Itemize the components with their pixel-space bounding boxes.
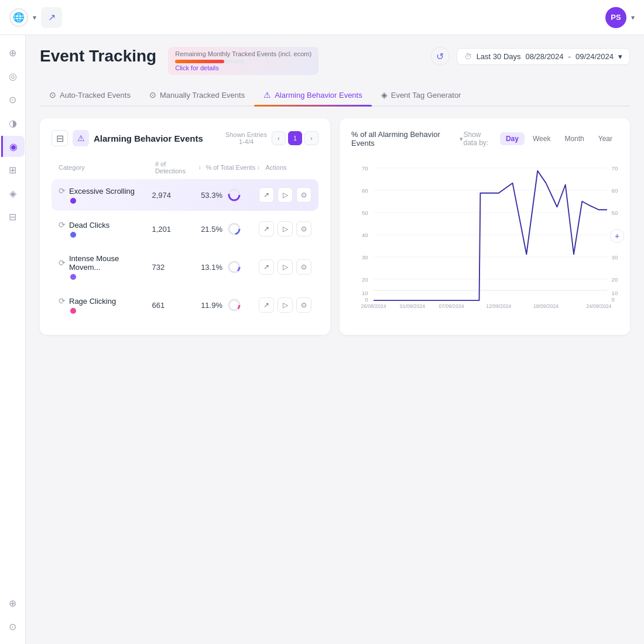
current-page-button[interactable]: 1 <box>288 131 302 145</box>
action-link-button[interactable]: ↗ <box>259 221 274 237</box>
tab-manual-label: Manually Tracked Events <box>160 91 245 100</box>
svg-text:12/09/2024: 12/09/2024 <box>486 303 511 309</box>
filter-button[interactable]: ⊟ <box>52 130 68 146</box>
action-user-button[interactable]: ⊙ <box>296 259 311 275</box>
tab-alarming-label: Alarming Behavior Events <box>275 91 362 100</box>
tab-gen-label: Event Tag Generator <box>391 91 461 100</box>
action-user-button[interactable]: ⊙ <box>296 187 311 203</box>
svg-text:30: 30 <box>362 254 368 261</box>
next-page-button[interactable]: › <box>304 131 318 145</box>
mini-donut <box>227 260 241 274</box>
category-cell: ⟳ Intense Mouse Movem... <box>59 254 147 280</box>
category-cell: ⟳ Excessive Scrolling <box>59 186 147 204</box>
nav-dropdown[interactable]: ▾ <box>33 13 36 22</box>
action-link-button[interactable]: ↗ <box>259 187 274 203</box>
date-range-button[interactable]: ⏱ Last 30 Days 08/28/2024 - 09/24/2024 ▾ <box>457 48 630 65</box>
action-user-button[interactable]: ⊙ <box>296 297 311 313</box>
svg-text:0: 0 <box>365 296 368 303</box>
mini-donut <box>227 222 241 236</box>
actions-cell: ↗ ▷ ⊙ <box>259 187 311 203</box>
globe-icon[interactable]: 🌐 <box>9 8 28 27</box>
sidebar-item-users[interactable]: ⊙ <box>2 89 23 110</box>
svg-text:30: 30 <box>612 254 618 261</box>
action-video-button[interactable]: ▷ <box>278 297 293 313</box>
time-filter-week[interactable]: Week <box>527 132 556 145</box>
svg-text:50: 50 <box>362 210 368 216</box>
content-grid: ⊟ ⚠ Alarming Behavior Events Shown Entri… <box>40 118 630 335</box>
top-nav: 🌐 ▾ ↗ PS ▾ <box>0 0 644 35</box>
top-nav-left: 🌐 ▾ ↗ <box>9 7 62 28</box>
prev-page-button[interactable]: ‹ <box>272 131 286 145</box>
tab-alarming[interactable]: ⚠ Alarming Behavior Events <box>254 84 372 107</box>
time-filter-day[interactable]: Day <box>500 132 525 145</box>
sidebar-item-heatmaps[interactable]: ⊞ <box>2 159 23 180</box>
sidebar-item-analytics[interactable]: ◎ <box>2 66 23 87</box>
tab-auto-label: Auto-Tracked Events <box>60 91 131 100</box>
action-video-button[interactable]: ▷ <box>278 221 293 237</box>
shown-entries-label: Shown Entries 1-4/4 <box>225 131 267 145</box>
sidebar-item-settings[interactable]: ⊕ <box>2 592 23 614</box>
nav-refresh-icon[interactable]: ↗ <box>41 7 62 28</box>
category-dot <box>70 232 76 238</box>
svg-text:60: 60 <box>612 187 618 194</box>
svg-text:24/09/2024: 24/09/2024 <box>586 303 611 309</box>
chart-expand-button[interactable]: + <box>610 229 624 243</box>
top-nav-right: PS ▾ <box>605 7 635 28</box>
action-video-button[interactable]: ▷ <box>278 187 293 203</box>
tab-generator[interactable]: ◈ Event Tag Generator <box>372 84 471 107</box>
percent-cell: 53.3% <box>201 188 254 202</box>
avatar[interactable]: PS <box>605 7 626 28</box>
sidebar-item-events[interactable]: ◉ <box>1 136 25 157</box>
card-title-wrap: ⊟ ⚠ Alarming Behavior Events <box>52 130 203 146</box>
time-filters: Show data by: Day Week Month Year <box>463 131 618 147</box>
percent-cell: 21.5% <box>201 222 254 236</box>
shown-range: 1-4/4 <box>225 138 267 145</box>
detection-num: 661 <box>152 301 196 310</box>
detection-num: 1,201 <box>152 225 196 234</box>
sidebar-item-sessions[interactable]: ◑ <box>2 112 23 133</box>
sidebar-item-dashboard[interactable]: ⊕ <box>2 42 23 63</box>
sidebar-item-funnels[interactable]: ◈ <box>2 183 23 204</box>
card-title: Alarming Behavior Events <box>94 133 203 143</box>
table-card: ⊟ ⚠ Alarming Behavior Events Shown Entri… <box>40 118 330 335</box>
table-row: ⟳ Dead Clicks 1,201 21.5% <box>52 213 318 245</box>
page-title: Event Tracking <box>40 47 156 66</box>
action-user-button[interactable]: ⊙ <box>296 221 311 237</box>
category-cell: ⟳ Dead Clicks <box>59 220 147 238</box>
table-row: ⟳ Intense Mouse Movem... 732 13.1% <box>52 247 318 287</box>
sidebar-item-reports[interactable]: ⊟ <box>2 206 23 227</box>
avatar-dropdown[interactable]: ▾ <box>631 13 635 22</box>
chart-title: % of all Alarming Behavior Events <box>351 130 456 148</box>
table-head: Category # of Detections ↕ % of Total Ev… <box>52 156 318 179</box>
date-range-label: Last 30 Days <box>477 52 521 61</box>
action-link-button[interactable]: ↗ <box>259 259 274 275</box>
tab-manually-tracked[interactable]: ⊙ Manually Tracked Events <box>140 84 254 107</box>
col-percent: % of Total Events ↕ <box>205 160 261 174</box>
percent-val: 13.1% <box>201 263 222 272</box>
svg-text:18/09/2024: 18/09/2024 <box>533 303 559 309</box>
time-filter-month[interactable]: Month <box>559 132 590 145</box>
page-header: Event Tracking Remaining Monthly Tracked… <box>40 47 630 75</box>
svg-text:10: 10 <box>612 290 618 296</box>
svg-text:70: 70 <box>362 165 368 172</box>
action-video-button[interactable]: ▷ <box>278 259 293 275</box>
mini-donut <box>227 298 241 312</box>
percent-val: 21.5% <box>201 225 222 234</box>
percent-cell: 13.1% <box>201 260 254 274</box>
chart-select[interactable]: % of all Alarming Behavior Events ▾ <box>351 130 463 148</box>
svg-text:26/08/2024: 26/08/2024 <box>361 303 386 309</box>
time-filter-year[interactable]: Year <box>592 132 618 145</box>
cat-icon: ⟳ <box>59 186 66 196</box>
layout: ⊕ ◎ ⊙ ◑ ◉ ⊞ ◈ ⊟ ⊕ ⊙ Event Tracking Remai… <box>0 35 644 644</box>
monthly-label: Remaining Monthly Tracked Events (incl. … <box>175 50 311 57</box>
svg-text:07/09/2024: 07/09/2024 <box>439 303 464 309</box>
monthly-link[interactable]: Click for details <box>175 64 311 71</box>
page-title-section: Event Tracking Remaining Monthly Tracked… <box>40 47 318 75</box>
sidebar-item-team[interactable]: ⊙ <box>2 616 23 637</box>
actions-cell: ↗ ▷ ⊙ <box>259 297 311 313</box>
refresh-button[interactable]: ↺ <box>431 47 450 66</box>
date-range-from: 08/28/2024 <box>526 52 564 61</box>
tab-auto-tracked[interactable]: ⊙ Auto-Tracked Events <box>40 84 140 107</box>
svg-text:40: 40 <box>362 232 368 238</box>
action-link-button[interactable]: ↗ <box>259 297 274 313</box>
